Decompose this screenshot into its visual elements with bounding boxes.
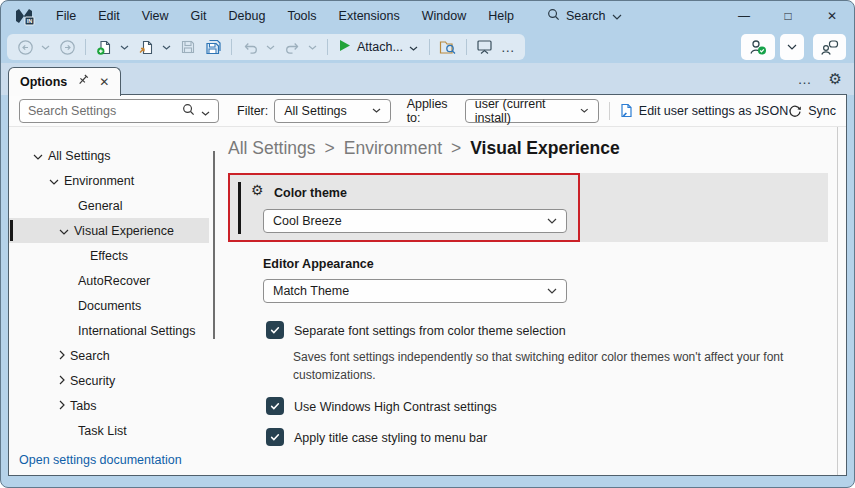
app-logo-icon: IN <box>13 5 35 27</box>
sidebar-item-general[interactable]: General <box>9 193 209 218</box>
new-file-button[interactable] <box>95 37 113 57</box>
options-content: Filter: All Settings Applies to: user (c… <box>8 94 847 476</box>
menu-help[interactable]: Help <box>477 5 525 27</box>
settings-search-box[interactable] <box>19 99 219 123</box>
sidebar-item-documents[interactable]: Documents <box>9 293 209 318</box>
sidebar-item-search[interactable]: Search <box>9 343 209 368</box>
menu-git[interactable]: Git <box>180 5 218 27</box>
tab-close-icon[interactable]: ✕ <box>99 75 109 89</box>
sidebar-item-autorecover[interactable]: AutoRecover <box>9 268 209 293</box>
sidebar-item-security[interactable]: Security <box>9 368 209 393</box>
toolbar-overflow-button[interactable]: … <box>501 39 516 55</box>
chevron-down-icon[interactable] <box>49 174 59 188</box>
gear-icon: ⚙ <box>251 182 264 198</box>
checkbox-checked[interactable] <box>266 321 284 339</box>
breadcrumb-environment[interactable]: Environment <box>344 138 442 159</box>
chevron-down-icon[interactable] <box>162 45 172 50</box>
chevron-down-icon <box>372 108 381 113</box>
filter-dropdown[interactable]: All Settings <box>274 99 390 123</box>
account-button[interactable] <box>741 34 775 60</box>
play-icon <box>339 39 351 55</box>
chevron-down-icon[interactable] <box>308 45 318 50</box>
chevron-down-icon[interactable] <box>59 224 69 238</box>
attach-label: Attach... <box>357 40 403 54</box>
color-theme-dropdown[interactable]: Cool Breeze <box>263 209 567 233</box>
search-input[interactable] <box>28 104 176 118</box>
feedback-button[interactable] <box>813 34 846 60</box>
breadcrumb: All Settings > Environment > Visual Expe… <box>228 138 620 159</box>
redo-button[interactable] <box>283 37 301 57</box>
chevron-right-icon[interactable] <box>59 349 65 363</box>
chevron-down-icon[interactable] <box>201 102 210 120</box>
maximize-button[interactable]: □ <box>766 1 810 31</box>
sidebar-item-international-settings[interactable]: International Settings <box>9 318 209 343</box>
menu-view[interactable]: View <box>131 5 180 27</box>
toolbar-separator <box>327 39 328 55</box>
sidebar-item-all-settings[interactable]: All Settings <box>9 143 209 168</box>
chevron-down-icon[interactable] <box>41 45 51 50</box>
checkbox-checked[interactable] <box>266 397 284 415</box>
title-case-menu-bar-row: Apply title case styling to menu bar <box>266 428 487 446</box>
breadcrumb-all-settings[interactable]: All Settings <box>228 138 316 159</box>
menu-debug[interactable]: Debug <box>218 5 277 27</box>
breadcrumb-visual-experience: Visual Experience <box>470 138 620 159</box>
close-button[interactable]: ✕ <box>810 1 854 31</box>
tree-item-label: Effects <box>90 249 128 263</box>
chevron-down-icon <box>547 218 557 224</box>
pin-icon[interactable] <box>76 73 90 91</box>
chevron-down-icon[interactable] <box>266 45 276 50</box>
account-dropdown-button[interactable] <box>780 34 804 60</box>
tree-scrollbar[interactable] <box>213 151 215 339</box>
sync-button[interactable]: Sync <box>788 104 836 118</box>
edit-json-button[interactable]: Edit user settings as JSON <box>620 103 788 118</box>
filter-label: Filter: <box>237 104 268 118</box>
chevron-right-icon[interactable] <box>59 374 65 388</box>
attach-debugger-button[interactable]: Attach... <box>337 39 420 55</box>
minimize-button[interactable]: — <box>722 1 766 31</box>
tab-well-gear-icon[interactable]: ⚙ <box>829 70 842 88</box>
solution-explorer-button[interactable] <box>476 37 494 57</box>
titlebar-search[interactable]: Search <box>547 8 622 24</box>
modified-setting-indicator <box>238 182 241 234</box>
tree-item-label: Visual Experience <box>74 224 174 238</box>
options-tab[interactable]: Options ✕ <box>8 67 121 96</box>
tab-overflow-button[interactable]: … <box>798 71 813 87</box>
sidebar-item-task-list[interactable]: Task List <box>9 418 209 443</box>
sidebar-item-visual-experience[interactable]: Visual Experience <box>9 218 209 243</box>
chevron-down-icon <box>612 9 622 23</box>
color-theme-value: Cool Breeze <box>273 214 342 228</box>
document-tab-well: Options ✕ … ⚙ <box>1 63 854 95</box>
chevron-down-icon[interactable] <box>120 45 130 50</box>
panel-scrollbar[interactable] <box>837 127 838 475</box>
breadcrumb-separator: > <box>325 138 335 159</box>
color-theme-label: Color theme <box>274 186 347 200</box>
menu-edit[interactable]: Edit <box>87 5 131 27</box>
sidebar-item-tabs[interactable]: Tabs <box>9 393 209 418</box>
menu-file[interactable]: File <box>45 5 87 27</box>
tree-item-label: AutoRecover <box>78 274 150 288</box>
checkbox-checked[interactable] <box>266 428 284 446</box>
open-settings-documentation-link[interactable]: Open settings documentation <box>19 453 182 467</box>
open-file-button[interactable] <box>137 37 155 57</box>
editor-appearance-label: Editor Appearance <box>263 257 374 271</box>
editor-appearance-dropdown[interactable]: Match Theme <box>263 279 567 303</box>
undo-button[interactable] <box>241 37 259 57</box>
menu-extensions[interactable]: Extensions <box>328 5 411 27</box>
sidebar-item-environment[interactable]: Environment <box>9 168 209 193</box>
navigate-back-button[interactable] <box>16 37 34 57</box>
search-icon[interactable] <box>182 102 195 120</box>
chevron-down-icon[interactable] <box>33 149 43 163</box>
search-icon <box>547 8 560 24</box>
checkbox-label: Separate font settings from color theme … <box>294 321 566 338</box>
find-in-files-button[interactable] <box>439 37 457 57</box>
tree-item-label: International Settings <box>78 324 195 338</box>
sidebar-item-effects[interactable]: Effects <box>9 243 209 268</box>
applies-to-dropdown[interactable]: user (current install) <box>465 99 599 123</box>
settings-panel: All Settings > Environment > Visual Expe… <box>209 127 846 475</box>
save-all-button[interactable] <box>204 37 222 57</box>
menu-window[interactable]: Window <box>411 5 477 27</box>
chevron-right-icon[interactable] <box>59 399 65 413</box>
save-button[interactable] <box>179 37 197 57</box>
navigate-forward-button[interactable] <box>58 37 76 57</box>
menu-tools[interactable]: Tools <box>276 5 327 27</box>
